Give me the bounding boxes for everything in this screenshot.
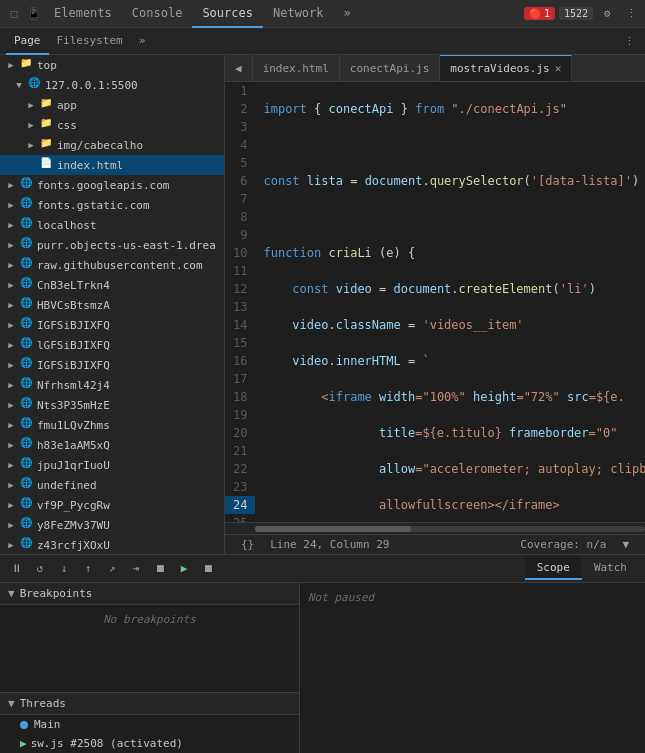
file-tab-index[interactable]: index.html xyxy=(253,55,340,82)
domain-icon: 🌐 xyxy=(18,517,34,533)
code-line-7: video.className = 'videos__item' xyxy=(263,316,637,334)
tab-panel-more[interactable]: » xyxy=(131,28,154,55)
tree-item-fonts-google[interactable]: ▶ 🌐 fonts.googleapis.com xyxy=(0,175,224,195)
tree-item-igf3[interactable]: ▶ 🌐 IGFSiBJIXFQ xyxy=(0,355,224,375)
tree-item-app[interactable]: ▶ 📁 app xyxy=(0,95,224,115)
tree-item-vf9[interactable]: ▶ 🌐 vf9P_PycgRw xyxy=(0,495,224,515)
domain-icon: 🌐 xyxy=(18,297,34,313)
file-tab-conectapi[interactable]: conectApi.js xyxy=(340,55,440,82)
thread-sw[interactable]: ▶ sw.js #2508 (activated) xyxy=(0,734,299,753)
domain-icon: 🌐 xyxy=(18,497,34,513)
tree-item-raw[interactable]: ▶ 🌐 raw.githubusercontent.com xyxy=(0,255,224,275)
scope-tab[interactable]: Scope xyxy=(525,557,582,580)
tree-item-cnb3[interactable]: ▶ 🌐 CnB3eLTrkn4 xyxy=(0,275,224,295)
section-arrow-icon: ▼ xyxy=(8,697,15,710)
tab-filesystem[interactable]: Filesystem xyxy=(49,28,131,55)
tree-item-jpu[interactable]: ▶ 🌐 jpuJ1qrIuoU xyxy=(0,455,224,475)
panel-toolbar: Page Filesystem » ⋮ xyxy=(0,28,645,55)
device-icon[interactable]: 📱 xyxy=(26,6,42,22)
gear-icon[interactable]: ⚙ xyxy=(599,6,615,22)
step-out-button[interactable]: ↗ xyxy=(102,559,122,579)
tree-item-img[interactable]: ▶ 📁 img/cabecalho xyxy=(0,135,224,155)
file-tab-back[interactable]: ◀ xyxy=(225,55,253,82)
expand-icon[interactable]: ▼ xyxy=(614,538,637,551)
brackets-icon-item[interactable]: {} xyxy=(233,538,262,551)
tree-item-igf2[interactable]: ▶ 🌐 lGFSiBJIXFQ xyxy=(0,335,224,355)
inspect-icon[interactable]: ⬚ xyxy=(6,6,22,22)
code-line-11: allow="accelerometer; autoplay; clipbo xyxy=(263,460,637,478)
file-tab-mostravideo[interactable]: mostraVideos.js ✕ xyxy=(440,55,572,82)
breakpoints-content: No breakpoints xyxy=(0,605,299,692)
threads-section-header[interactable]: ▼ Threads xyxy=(0,693,299,715)
step-button[interactable]: ⇥ xyxy=(126,559,146,579)
tab-network[interactable]: Network xyxy=(263,0,334,28)
stop-button[interactable]: ⏹ xyxy=(198,559,218,579)
tree-item-css[interactable]: ▶ 📁 css xyxy=(0,115,224,135)
more-options-icon[interactable]: ⋮ xyxy=(623,6,639,22)
code-content[interactable]: 1 2 3 4 5 6 7 8 9 10 11 12 13 14 15 16 1 xyxy=(225,82,645,522)
tree-arrow: ▶ xyxy=(24,120,38,130)
tree-arrow: ▶ xyxy=(4,320,18,330)
tree-item-y8f[interactable]: ▶ 🌐 y8FeZMv37WU xyxy=(0,515,224,535)
tab-sources[interactable]: Sources xyxy=(192,0,263,28)
tab-more[interactable]: » xyxy=(334,0,361,28)
domain-icon: 🌐 xyxy=(18,537,34,553)
thread-main[interactable]: Main xyxy=(0,715,299,734)
domain-icon: 🌐 xyxy=(18,257,34,273)
tree-arrow: ▶ xyxy=(4,260,18,270)
tree-item-localhost2[interactable]: ▶ 🌐 localhost xyxy=(0,215,224,235)
warning-badge[interactable]: 1522 xyxy=(559,7,593,20)
code-line-9: <iframe width="100%" height="72%" src=${… xyxy=(263,388,637,406)
top-toolbar: ⬚ 📱 Elements Console Sources Network » 🔴… xyxy=(0,0,645,28)
error-badge[interactable]: 🔴 1 xyxy=(524,7,555,20)
code-line-4 xyxy=(263,208,637,226)
position-indicator: Line 24, Column 29 xyxy=(262,538,397,551)
thread-play-icon: ▶ xyxy=(20,737,27,750)
resume-button[interactable]: ↺ xyxy=(30,559,50,579)
tree-arrow: ▶ xyxy=(4,240,18,250)
brackets-icon: {} xyxy=(241,538,254,551)
step-over-button[interactable]: ↓ xyxy=(54,559,74,579)
file-tab-close-icon[interactable]: ✕ xyxy=(555,62,562,75)
activate-breakpoints-button[interactable]: ▶ xyxy=(174,559,194,579)
tree-arrow: ▶ xyxy=(24,140,38,150)
no-breakpoints-label: No breakpoints xyxy=(103,613,196,626)
tree-item-nfr[interactable]: ▶ 🌐 Nfrhsml42j4 xyxy=(0,375,224,395)
domain-icon: 🌐 xyxy=(18,277,34,293)
tab-page[interactable]: Page xyxy=(6,28,49,55)
step-into-button[interactable]: ↑ xyxy=(78,559,98,579)
domain-icon: 🌐 xyxy=(18,377,34,393)
watch-tab[interactable]: Watch xyxy=(582,557,639,580)
tab-console[interactable]: Console xyxy=(122,0,193,28)
tree-item-undefined[interactable]: ▶ 🌐 undefined xyxy=(0,475,224,495)
code-lines[interactable]: import { conectApi } from "./conectApi.j… xyxy=(255,82,645,522)
tree-item-top[interactable]: ▶ 📁 top xyxy=(0,55,224,75)
tree-item-index-html[interactable]: 📄 index.html xyxy=(0,155,224,175)
tree-item-nts[interactable]: ▶ 🌐 Nts3P35mHzE xyxy=(0,395,224,415)
thread-main-label: Main xyxy=(34,718,61,731)
panel-options-icon[interactable]: ⋮ xyxy=(621,33,637,49)
tree-arrow: ▶ xyxy=(4,480,18,490)
tree-item-purr[interactable]: ▶ 🌐 purr.objects-us-east-1.drea xyxy=(0,235,224,255)
tree-item-igf1[interactable]: ▶ 🌐 IGFSiBJIXFQ xyxy=(0,315,224,335)
tree-arrow: ▶ xyxy=(4,520,18,530)
tab-elements[interactable]: Elements xyxy=(44,0,122,28)
tree-item-z43[interactable]: ▶ 🌐 z43rcfjXOxU xyxy=(0,535,224,554)
tree-item-fonts-gstatic[interactable]: ▶ 🌐 fonts.gstatic.com xyxy=(0,195,224,215)
domain-icon: 🌐 xyxy=(18,437,34,453)
section-arrow-icon: ▼ xyxy=(8,587,15,600)
code-editor: ◀ index.html conectApi.js mostraVideos.j… xyxy=(225,55,645,554)
tree-item-h83[interactable]: ▶ 🌐 h83e1aAM5xQ xyxy=(0,435,224,455)
code-line-2 xyxy=(263,136,637,154)
tree-item-localhost[interactable]: ▼ 🌐 127.0.0.1:5500 xyxy=(0,75,224,95)
tree-item-hbv[interactable]: ▶ 🌐 HBVCsBtsmzA xyxy=(0,295,224,315)
domain-icon: 🌐 xyxy=(18,417,34,433)
horizontal-scrollbar[interactable] xyxy=(225,522,645,534)
breakpoints-title: Breakpoints xyxy=(20,587,93,600)
pause-button[interactable]: ⏸ xyxy=(6,559,26,579)
file-tabs: ◀ index.html conectApi.js mostraVideos.j… xyxy=(225,55,645,82)
deactivate-button[interactable]: ⏹ xyxy=(150,559,170,579)
tree-item-fmu[interactable]: ▶ 🌐 fmu1LQvZhms xyxy=(0,415,224,435)
tree-arrow: ▶ xyxy=(4,540,18,550)
breakpoints-section-header[interactable]: ▼ Breakpoints xyxy=(0,583,299,605)
